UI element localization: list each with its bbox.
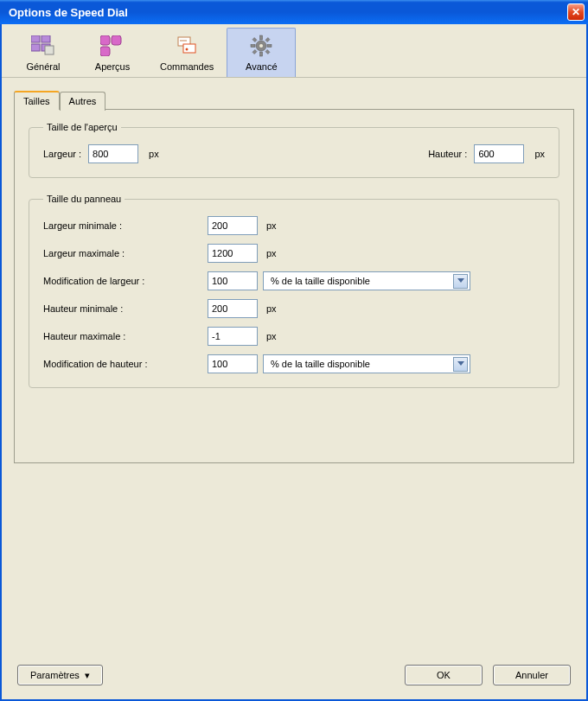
preview-icon <box>99 34 125 58</box>
svg-rect-0 <box>31 35 40 42</box>
fieldset-preview-size: Taille de l'aperçu Largeur : px Hauteur … <box>29 122 559 178</box>
toolbar-item-general[interactable]: Général <box>9 28 78 77</box>
legend-preview-size: Taille de l'aperçu <box>43 122 121 132</box>
min-width-input[interactable] <box>208 216 258 235</box>
height-mod-select[interactable]: % de la taille disponible <box>263 354 470 373</box>
height-mod-input[interactable] <box>208 354 258 373</box>
toolbar: Général Aperçus Commandes Avancé <box>2 24 586 78</box>
grid-icon <box>30 34 56 58</box>
preview-height-label: Hauteur : <box>428 149 467 159</box>
legend-panel-size: Taille du panneau <box>43 194 125 204</box>
svg-point-11 <box>186 48 189 51</box>
svg-rect-19 <box>265 38 270 42</box>
max-height-unit: px <box>266 331 277 341</box>
svg-rect-18 <box>252 38 257 42</box>
svg-marker-22 <box>457 278 464 283</box>
svg-rect-1 <box>42 35 50 42</box>
min-height-unit: px <box>266 303 277 314</box>
preview-height-input[interactable] <box>474 144 524 163</box>
tabs: Tailles Autres <box>14 90 574 109</box>
svg-rect-16 <box>251 45 255 48</box>
preview-width-label: Largeur : <box>43 149 81 159</box>
content-area: Tailles Autres Taille de l'aperçu Largeu… <box>2 78 586 475</box>
window-body: Général Aperçus Commandes Avancé Tailles <box>0 24 588 701</box>
svg-rect-5 <box>100 35 110 45</box>
tab-label-others: Autres <box>69 96 97 106</box>
toolbar-item-previews[interactable]: Aperçus <box>78 28 147 77</box>
min-width-label: Largeur minimale : <box>43 220 202 231</box>
height-mod-select-value: % de la taille disponible <box>271 359 370 369</box>
chevron-down-icon: ▾ <box>85 670 90 681</box>
params-button[interactable]: Paramètres ▾ <box>17 665 103 685</box>
min-height-label: Hauteur minimale : <box>43 303 202 314</box>
gear-icon <box>248 34 274 58</box>
max-height-input[interactable] <box>208 327 258 346</box>
toolbar-label-general: Général <box>26 61 60 72</box>
fieldset-panel-size: Taille du panneau Largeur minimale : px … <box>29 194 559 388</box>
tab-panel-sizes: Taille de l'aperçu Largeur : px Hauteur … <box>14 109 574 463</box>
svg-rect-4 <box>45 46 54 54</box>
width-mod-label: Modification de largeur : <box>43 276 202 286</box>
svg-rect-6 <box>112 35 121 45</box>
ok-button[interactable]: OK <box>405 665 483 685</box>
close-button[interactable]: ✕ <box>567 3 585 21</box>
chevron-down-icon <box>453 357 468 372</box>
svg-point-13 <box>259 44 264 48</box>
svg-rect-21 <box>265 50 270 54</box>
max-height-label: Hauteur maximale : <box>43 331 202 341</box>
svg-marker-23 <box>457 361 464 366</box>
preview-width-input[interactable] <box>88 144 138 163</box>
width-mod-input[interactable] <box>208 271 258 290</box>
toolbar-label-previews: Aperçus <box>95 61 130 72</box>
svg-rect-2 <box>31 44 40 51</box>
tab-label-sizes: Tailles <box>23 96 50 106</box>
width-mod-select-value: % de la taille disponible <box>271 276 370 286</box>
min-height-input[interactable] <box>208 299 258 318</box>
toolbar-label-advanced: Avancé <box>246 61 278 72</box>
titlebar: Options de Speed Dial ✕ <box>0 0 588 24</box>
svg-rect-9 <box>183 44 195 53</box>
preview-width-unit: px <box>149 149 159 159</box>
toolbar-item-commands[interactable]: Commandes <box>147 28 227 77</box>
max-width-input[interactable] <box>208 244 258 263</box>
min-width-unit: px <box>266 220 277 231</box>
height-mod-label: Modification de hauteur : <box>43 359 202 369</box>
svg-rect-17 <box>267 45 272 48</box>
tab-sizes[interactable]: Tailles <box>14 91 60 110</box>
tab-others[interactable]: Autres <box>60 92 106 111</box>
window-title: Options de Speed Dial <box>9 6 128 19</box>
max-width-label: Largeur maximale : <box>43 248 202 258</box>
preview-height-unit: px <box>534 149 545 159</box>
chevron-down-icon <box>453 274 468 289</box>
toolbar-item-advanced[interactable]: Avancé <box>227 28 296 77</box>
svg-rect-15 <box>260 52 263 56</box>
max-width-unit: px <box>266 248 277 258</box>
svg-rect-20 <box>252 50 257 54</box>
width-mod-select[interactable]: % de la taille disponible <box>263 271 470 290</box>
footer: Paramètres ▾ OK Annuler <box>2 654 586 699</box>
svg-rect-7 <box>100 47 110 56</box>
svg-rect-14 <box>260 35 263 40</box>
commands-icon <box>174 34 200 58</box>
cancel-button[interactable]: Annuler <box>493 665 571 685</box>
params-label: Paramètres <box>30 670 80 680</box>
close-icon: ✕ <box>572 6 580 18</box>
toolbar-label-commands: Commandes <box>160 61 214 72</box>
